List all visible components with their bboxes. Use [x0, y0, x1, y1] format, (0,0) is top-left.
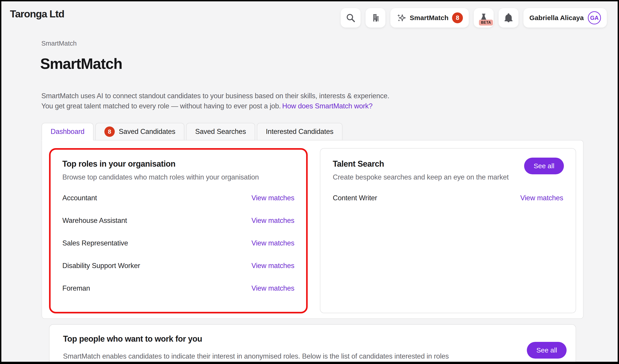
- tab-saved-searches[interactable]: Saved Searches: [186, 123, 255, 140]
- tab-saved-candidates[interactable]: 8 Saved Candidates: [95, 123, 184, 140]
- role-row: Disability Support Worker View matches: [62, 255, 294, 277]
- tab-interested-candidates[interactable]: Interested Candidates: [257, 123, 342, 140]
- company-button[interactable]: [366, 8, 385, 27]
- top-roles-card: Top roles in your organisation Browse to…: [49, 148, 308, 313]
- top-roles-subtitle: Browse top candidates who match roles wi…: [62, 173, 294, 181]
- breadcrumb[interactable]: SmartMatch: [41, 40, 77, 47]
- how-it-works-link[interactable]: How does SmartMatch work?: [282, 102, 373, 110]
- company-name: Taronga Ltd: [10, 8, 64, 20]
- profile-button[interactable]: Gabriella Alicaya GA: [523, 8, 607, 27]
- search-icon: [345, 13, 356, 23]
- view-matches-link[interactable]: View matches: [252, 262, 294, 270]
- tab-bar: Dashboard 8 Saved Candidates Saved Searc…: [42, 123, 342, 140]
- sparkle-icon: [396, 13, 406, 23]
- saved-candidates-count-badge: 8: [104, 126, 115, 137]
- role-name: Sales Representative: [62, 239, 128, 247]
- role-row: Warehouse Assistant View matches: [62, 209, 294, 232]
- role-row: Foreman View matches: [62, 277, 294, 300]
- top-roles-title: Top roles in your organisation: [62, 159, 294, 169]
- avatar: GA: [588, 11, 601, 24]
- role-name: Foreman: [62, 284, 90, 292]
- header-actions: SmartMatch 8 BETA Gabriella Alicaya GA: [341, 8, 607, 27]
- notifications-button[interactable]: [499, 8, 519, 27]
- tab-label: Interested Candidates: [266, 128, 333, 136]
- role-name: Accountant: [62, 194, 97, 202]
- talent-search-see-all-button[interactable]: See all: [524, 158, 564, 174]
- search-row: Content Writer View matches: [333, 187, 563, 209]
- smartmatch-count-badge: 8: [452, 13, 463, 23]
- tab-label: Dashboard: [51, 128, 84, 136]
- interested-title: Top people who want to work for you: [63, 334, 562, 344]
- tab-label: Saved Candidates: [119, 128, 175, 136]
- page-description: SmartMatch uses AI to connect standout c…: [41, 91, 389, 111]
- view-matches-link[interactable]: View matches: [520, 194, 563, 202]
- interested-candidates-card: Top people who want to work for you Smar…: [49, 324, 576, 364]
- saved-searches-list: Content Writer View matches: [333, 187, 563, 209]
- talent-search-subtitle: Create bespoke searches and keep an eye …: [333, 173, 563, 181]
- labs-beta-button[interactable]: BETA: [474, 8, 494, 27]
- role-name: Warehouse Assistant: [62, 216, 127, 225]
- interested-description: SmartMatch enables candidates to indicat…: [63, 350, 467, 364]
- role-name: Disability Support Worker: [62, 262, 140, 270]
- search-name: Content Writer: [333, 194, 377, 202]
- interested-see-all-button[interactable]: See all: [527, 342, 567, 359]
- tab-dashboard[interactable]: Dashboard: [42, 123, 94, 140]
- top-roles-list: Accountant View matches Warehouse Assist…: [62, 187, 294, 300]
- description-line2: You get great talent matched to every ro…: [41, 102, 281, 110]
- role-row: Sales Representative View matches: [62, 232, 294, 255]
- tab-label: Saved Searches: [195, 128, 246, 136]
- bell-icon: [503, 13, 514, 23]
- search-button[interactable]: [341, 8, 361, 27]
- view-matches-link[interactable]: View matches: [252, 239, 294, 247]
- smartmatch-nav-button[interactable]: SmartMatch 8: [390, 8, 469, 27]
- role-row: Accountant View matches: [62, 187, 294, 209]
- page-title: SmartMatch: [40, 55, 122, 72]
- talent-search-card: Talent Search Create bespoke searches an…: [320, 148, 576, 313]
- profile-name: Gabriella Alicaya: [529, 14, 584, 22]
- building-icon: [370, 13, 381, 23]
- view-matches-link[interactable]: View matches: [252, 216, 294, 225]
- view-matches-link[interactable]: View matches: [252, 194, 294, 202]
- view-matches-link[interactable]: View matches: [252, 284, 294, 292]
- smartmatch-nav-label: SmartMatch: [410, 14, 449, 22]
- beta-badge: BETA: [479, 20, 493, 26]
- description-line1: SmartMatch uses AI to connect standout c…: [41, 92, 389, 100]
- app-window: Taronga Ltd: [0, 0, 619, 364]
